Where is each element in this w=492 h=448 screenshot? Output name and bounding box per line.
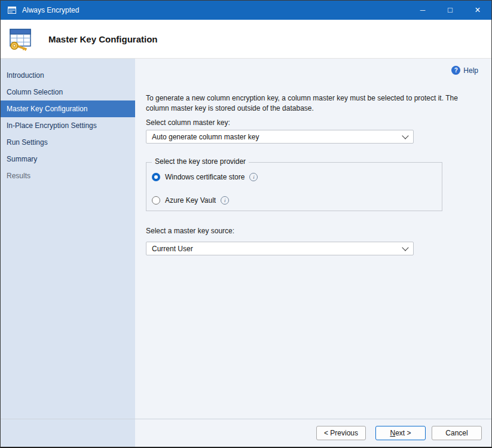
wizard-steps-sidebar: Introduction Column Selection Master Key… [1,59,135,447]
radio-selected-icon [152,173,160,181]
radio-azure-key-vault[interactable]: Azure Key Vault i [152,196,229,205]
master-key-source-dropdown-value: Current User [152,245,403,253]
maximize-button[interactable]: □ [436,1,464,20]
intro-text: To generate a new column encryption key,… [146,93,476,114]
info-icon[interactable]: i [221,196,229,205]
radio-windows-certificate-store-label: Windows certificate store [165,173,245,181]
app-icon [7,5,17,15]
chevron-down-icon [402,244,408,251]
master-key-dropdown[interactable]: Auto generate column master key [146,130,414,144]
minimize-icon: ─ [420,6,426,14]
sidebar-item-master-key-configuration[interactable]: Master Key Configuration [1,100,135,117]
help-link[interactable]: ? Help [451,66,478,75]
main-content: ? Help To generate a new column encrypti… [135,59,491,419]
previous-button[interactable]: < Previous [316,426,366,440]
titlebar: Always Encrypted ─ □ × [1,1,491,20]
master-key-source-dropdown[interactable]: Current User [146,242,414,255]
window-title: Always Encrypted [22,6,79,14]
sidebar-item-in-place-encryption-settings[interactable]: In-Place Encryption Settings [1,117,135,134]
help-icon: ? [451,66,460,75]
cancel-button[interactable]: Cancel [432,426,482,440]
sidebar-item-column-selection[interactable]: Column Selection [1,84,135,100]
key-store-provider-group-label: Select the key store provider [152,157,249,166]
close-icon: × [475,5,480,16]
master-key-label: Select column master key: [146,118,230,127]
sidebar-item-run-settings[interactable]: Run Settings [1,134,135,151]
sidebar-item-results: Results [1,167,135,184]
master-key-source-label: Select a master key source: [146,227,234,235]
master-key-dropdown-value: Auto generate column master key [152,133,403,141]
key-store-provider-group: Select the key store provider Windows ce… [146,162,442,211]
footer-button-bar: < Previous Next > Cancel [135,419,491,447]
next-button-label: Next > [390,429,411,437]
next-button[interactable]: Next > [375,426,426,440]
previous-button-label: < Previous [324,429,358,437]
radio-windows-certificate-store[interactable]: Windows certificate store i [152,173,258,181]
maximize-icon: □ [448,5,453,14]
info-icon[interactable]: i [249,173,258,181]
wizard-header: Master Key Configuration [1,20,491,59]
table-key-icon [7,25,34,53]
sidebar-item-summary[interactable]: Summary [1,151,135,167]
radio-unselected-icon [152,196,160,205]
radio-azure-key-vault-label: Azure Key Vault [165,196,216,205]
cancel-button-label: Cancel [445,429,467,437]
always-encrypted-wizard-window: Always Encrypted ─ □ × Master Key Config… [0,0,492,448]
sidebar-item-introduction[interactable]: Introduction [1,67,135,84]
help-label: Help [463,66,478,75]
chevron-down-icon [402,132,408,139]
close-button[interactable]: × [464,1,491,20]
page-title: Master Key Configuration [48,34,158,44]
minimize-button[interactable]: ─ [409,1,436,20]
